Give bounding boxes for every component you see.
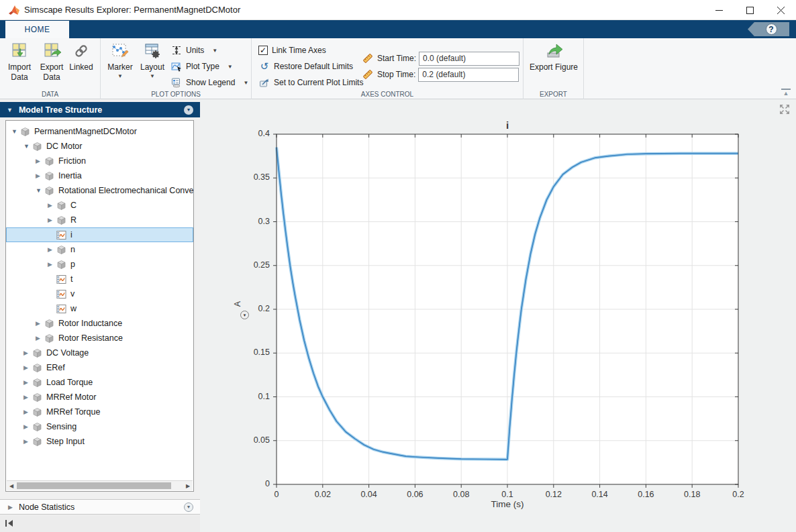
tree-item-load-torque[interactable]: ▶ Load Torque	[6, 375, 193, 390]
expand-arrow-icon[interactable]: ▶	[23, 379, 32, 386]
tree-item-mrref-torque[interactable]: ▶ MRRef Torque	[6, 405, 193, 419]
y-tick-label: 0.2	[239, 304, 270, 313]
scroll-left-icon[interactable]: ◀	[7, 481, 16, 490]
node-statistics-label: Node Statistics	[19, 502, 74, 512]
close-button[interactable]	[765, 0, 796, 20]
tree-item-label: Sensing	[46, 422, 77, 431]
export-data-button[interactable]: Export Data	[36, 42, 68, 83]
expand-arrow-icon[interactable]: ▶	[48, 217, 56, 223]
y-tick-label: 0.35	[239, 172, 270, 182]
expand-arrow-icon[interactable]: ▶	[23, 438, 32, 445]
y-tick-label: 0.1	[239, 392, 270, 401]
tree-item-i[interactable]: i	[6, 227, 193, 242]
block-icon	[32, 378, 42, 388]
help-button[interactable]: ?	[748, 22, 789, 36]
link-time-axes-checkbox[interactable]: ✓ Link Time Axes	[258, 43, 326, 58]
units-menu-button[interactable]: Units ▼	[170, 43, 217, 58]
block-icon	[44, 333, 54, 343]
tree-item-inertia[interactable]: ▶ Inertia	[6, 168, 193, 183]
expand-arrow-icon[interactable]: ▶	[48, 202, 56, 209]
model-tree-structure-header[interactable]: ▼ Model Tree Structure ▼	[0, 102, 200, 117]
tree-item-v[interactable]: v	[6, 286, 193, 301]
start-time-input[interactable]	[419, 52, 519, 66]
tree-item-c[interactable]: ▶ C	[6, 198, 193, 213]
collapse-arrow-icon[interactable]: ▼	[11, 128, 20, 135]
linked-button[interactable]: Linked	[68, 42, 95, 72]
horizontal-scrollbar[interactable]: ◀ ▶	[7, 480, 193, 490]
scrollbar-thumb[interactable]	[17, 482, 171, 489]
tree-item-rotor-resistance[interactable]: ▶ Rotor Resistance	[6, 331, 193, 345]
restore-default-limits-button[interactable]: ↺ Restore Default Limits	[258, 59, 353, 74]
expand-arrow-icon[interactable]: ▶	[23, 394, 32, 401]
tree-item-r[interactable]: ▶ R	[6, 213, 193, 227]
checkbox-checked-icon: ✓	[258, 46, 268, 55]
tree-item-t[interactable]: t	[6, 272, 193, 286]
chart-canvas[interactable]	[200, 99, 796, 532]
tree-item-friction[interactable]: ▶ Friction	[6, 154, 193, 168]
expand-arrow-icon[interactable]: ▶	[36, 335, 44, 341]
expand-arrow-icon[interactable]: ▶	[36, 158, 44, 164]
tab-home[interactable]: HOME	[5, 21, 69, 38]
expand-arrow-icon[interactable]: ▶	[23, 350, 32, 356]
block-icon	[56, 245, 66, 255]
tree-item-n[interactable]: ▶ n	[6, 242, 193, 257]
tree-item-dc-motor[interactable]: ▼ DC Motor	[6, 139, 193, 154]
collapse-arrow-icon[interactable]: ▼	[23, 143, 32, 150]
ruler-icon	[362, 69, 373, 80]
tree-item-rotational-electromechanical-convert[interactable]: ▼ Rotational Electromechanical Convert	[6, 183, 193, 198]
plot-type-menu-button[interactable]: Plot Type ▼	[170, 59, 233, 74]
tree-item-label: i	[70, 230, 72, 240]
tree-item-rotor-inductance[interactable]: ▶ Rotor Inductance	[6, 316, 193, 331]
expand-arrow-icon[interactable]: ▶	[23, 364, 32, 371]
import-data-button[interactable]: Import Data	[3, 42, 36, 83]
block-icon	[20, 127, 30, 137]
tree-item-permanentmagnetdcmotor[interactable]: ▼ PermanentMagnetDCMotor	[6, 124, 193, 139]
export-figure-button[interactable]: Export Figure	[527, 42, 581, 72]
tree-item-w[interactable]: w	[6, 301, 193, 316]
tree-item-eref[interactable]: ▶ ERef	[6, 360, 193, 375]
ribbon-tab-row: HOME ?	[0, 20, 796, 38]
block-icon	[44, 186, 54, 196]
tree-item-p[interactable]: ▶ p	[6, 257, 193, 272]
x-tick-label: 0.12	[537, 490, 570, 499]
chevron-down-icon: ▼	[228, 64, 233, 70]
group-axes-control: ✓ Link Time Axes ↺ Restore Default Limit…	[252, 38, 524, 99]
x-axis-label: Time (s)	[277, 499, 738, 509]
show-legend-menu-button[interactable]: Show Legend ▼	[170, 75, 248, 90]
expand-arrow-icon[interactable]: ▶	[48, 246, 56, 253]
block-icon	[56, 260, 66, 270]
tree-item-label: MRRef Torque	[46, 407, 100, 417]
stop-time-input[interactable]	[418, 68, 519, 82]
node-statistics-header[interactable]: ▶ Node Statistics ▼	[0, 499, 200, 515]
group-data: Import Data Export Data Linked DATA	[0, 38, 101, 99]
tree-item-label: p	[70, 260, 75, 269]
layout-icon	[143, 42, 162, 60]
dock-left-icon[interactable]	[5, 519, 14, 527]
panel-menu-icon[interactable]: ▼	[184, 105, 193, 115]
marker-button[interactable]: Marker ▼	[104, 42, 136, 79]
tree-item-mrref-motor[interactable]: ▶ MRRef Motor	[6, 390, 193, 405]
expand-arrow-icon[interactable]: ▶	[23, 409, 32, 415]
x-tick-label: 0.14	[583, 490, 617, 499]
group-plot-options: Marker ▼ Layout ▼	[101, 38, 252, 99]
tree-item-step-input[interactable]: ▶ Step Input	[6, 434, 193, 449]
matlab-logo-icon	[8, 4, 20, 16]
collapse-arrow-icon[interactable]: ▼	[36, 187, 44, 194]
scroll-right-icon[interactable]: ▶	[183, 481, 193, 490]
tree-item-label: Rotational Electromechanical Convert	[58, 186, 194, 195]
expand-arrow-icon[interactable]: ▶	[36, 172, 44, 179]
minimize-button[interactable]	[703, 0, 734, 20]
ribbon-collapse-button[interactable]: ▲	[781, 89, 791, 96]
maximize-button[interactable]	[734, 0, 765, 20]
expand-arrow-icon[interactable]: ▶	[48, 261, 56, 268]
expand-arrow-icon[interactable]: ▶	[23, 423, 32, 430]
expand-arrow-icon[interactable]: ▶	[36, 320, 44, 327]
tree-item-dc-voltage[interactable]: ▶ DC Voltage	[6, 345, 193, 360]
panel-menu-icon[interactable]: ▼	[184, 502, 193, 512]
layout-button[interactable]: Layout ▼	[136, 42, 168, 79]
chevron-up-icon: ▲	[783, 90, 789, 97]
set-to-current-plot-limits-button[interactable]: Set to Current Plot Limits	[258, 75, 363, 90]
tree-item-sensing[interactable]: ▶ Sensing	[6, 419, 193, 434]
tree-item-label: Step Input	[46, 437, 85, 446]
block-icon	[32, 437, 42, 447]
